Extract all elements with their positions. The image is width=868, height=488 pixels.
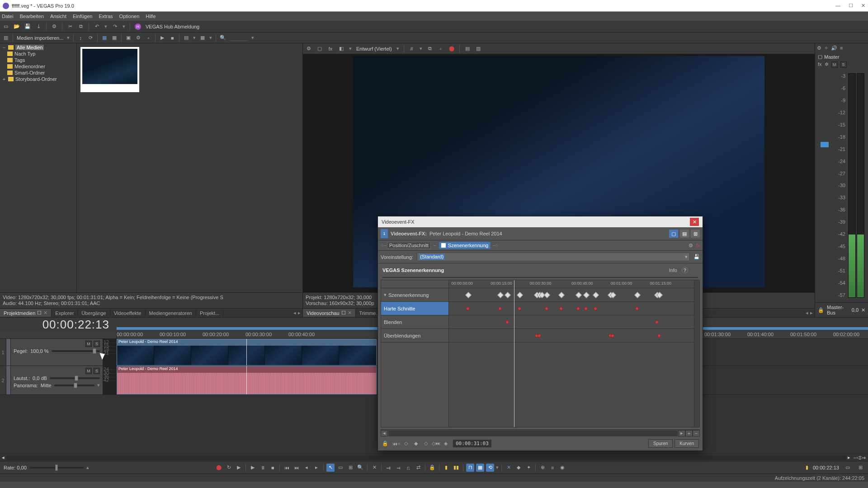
dock-prev-icon[interactable]: ◂ xyxy=(293,310,296,316)
keyframe-dot[interactable] xyxy=(576,307,580,310)
import-media-button[interactable]: Medien importieren... xyxy=(17,35,63,41)
fx-lane-hard[interactable] xyxy=(449,302,694,315)
tree-smart-folder[interactable]: Smart-Ordner xyxy=(14,70,45,75)
normal-edit-tool[interactable]: ↖ xyxy=(326,464,335,472)
track-color-strip[interactable] xyxy=(6,366,11,394)
redo-icon[interactable]: ↷ xyxy=(112,23,118,30)
pan-dropdown-icon[interactable]: ▾ xyxy=(97,382,100,388)
level-slider[interactable] xyxy=(52,350,100,352)
keyframe-dot[interactable] xyxy=(635,307,639,310)
playhead[interactable] xyxy=(246,339,247,366)
master-mute-button[interactable]: M xyxy=(831,61,838,68)
tab-projektmedien[interactable]: Projektmedien☐✕ xyxy=(0,309,52,317)
fx-plugin-options-icon[interactable]: ⚙ xyxy=(689,243,693,249)
preview-split-icon[interactable]: ◧ xyxy=(338,46,344,52)
fx-add-button[interactable]: ⊞ xyxy=(691,230,700,238)
transport-timecode[interactable]: 00:00:22:13 xyxy=(813,465,839,470)
keyframe-diamond[interactable] xyxy=(497,292,504,298)
master-solo-button[interactable]: S xyxy=(840,61,847,68)
media-fx-icon[interactable]: ⚙ xyxy=(135,35,142,41)
hub-label[interactable]: VEGAS Hub Abmeldung xyxy=(146,24,199,29)
tree-tags[interactable]: Tags xyxy=(14,57,25,63)
mixer-button[interactable]: ≡ xyxy=(548,464,557,472)
keyframe-diamond[interactable] xyxy=(517,292,523,298)
tree-all-media[interactable]: Alle Medien xyxy=(15,45,44,50)
keyframe-diamond[interactable] xyxy=(465,292,472,298)
hub-icon[interactable]: H xyxy=(135,23,141,30)
tab-uebergaenge[interactable]: Übergänge xyxy=(78,310,110,317)
menu-optionen[interactable]: Optionen xyxy=(119,14,140,19)
render-icon[interactable]: ⤓ xyxy=(35,23,42,30)
keyframe-dot[interactable] xyxy=(505,320,509,324)
track-number[interactable]: 1 xyxy=(0,339,6,366)
fx-horizontal-scrollbar[interactable]: ◂ ▸ + − xyxy=(381,429,700,436)
fx-lane-cross[interactable] xyxy=(449,329,694,343)
dock-prev-icon[interactable]: ◂ xyxy=(806,310,808,316)
keyframe-dot[interactable] xyxy=(594,307,597,310)
timeline-timecode[interactable]: 00:00:22:13 xyxy=(0,318,117,332)
scroll-right-icon[interactable]: ▸ xyxy=(678,430,685,436)
keyframe-dot[interactable] xyxy=(559,307,563,310)
keyframe-dot[interactable] xyxy=(518,307,521,310)
zoom-fit-icon[interactable]: ◁▷ xyxy=(856,455,863,460)
menu-datei[interactable]: Datei xyxy=(2,14,14,19)
track-mute-button[interactable]: M xyxy=(85,341,92,347)
lock-button[interactable]: 🔒 xyxy=(428,464,436,472)
preview-copy-icon[interactable]: ▫ xyxy=(438,46,444,52)
snap-button[interactable]: ⊓ xyxy=(466,464,474,472)
keyframe-diamond[interactable] xyxy=(558,292,565,298)
close-button[interactable]: ✕ xyxy=(861,3,865,9)
search-input[interactable] xyxy=(230,35,248,41)
menu-hilfe[interactable]: Hilfe xyxy=(146,14,156,19)
tab-close-icon[interactable]: ✕ xyxy=(43,310,47,316)
magnify-tool[interactable]: 🔍 xyxy=(356,464,364,472)
tree-storyboard-folder[interactable]: Storyboard-Ordner xyxy=(15,76,57,82)
fx-help-icon[interactable]: ? xyxy=(682,267,688,273)
master-settings-icon[interactable]: ⚙ xyxy=(817,45,821,51)
master-auto-icon[interactable]: ✲ xyxy=(825,61,829,68)
pause-button[interactable]: ⏸ xyxy=(259,464,267,472)
maximize-button[interactable]: ☐ xyxy=(849,3,853,9)
master-bus-close-icon[interactable]: ✕ xyxy=(861,307,865,313)
fx-preset-dropdown[interactable]: (Standard) ▾ xyxy=(417,253,690,261)
properties-icon[interactable]: ⚙ xyxy=(51,23,57,30)
copy-icon[interactable]: ⧉ xyxy=(78,23,84,30)
media-thumbnail[interactable] xyxy=(80,47,139,92)
keyframe-dot[interactable] xyxy=(538,334,541,338)
view-mode-icon[interactable]: ▤ xyxy=(183,35,189,41)
fx-row-blends[interactable]: Blenden xyxy=(381,315,448,329)
keyframe-diamond[interactable] xyxy=(634,292,641,298)
preview-quality[interactable]: Entwurf (Viertel) xyxy=(356,46,392,52)
menu-extras[interactable]: Extras xyxy=(99,14,113,19)
fx-node-position[interactable]: Position/Zuschnitt xyxy=(387,242,431,249)
auto-save-button[interactable]: ◆ xyxy=(514,464,523,472)
kf-prev-icon[interactable]: ◇ xyxy=(402,440,410,447)
cut-icon[interactable]: ✂ xyxy=(67,23,73,30)
undo-icon[interactable]: ↶ xyxy=(94,23,100,30)
dock-next-icon[interactable]: ▸ xyxy=(298,310,301,316)
save-icon[interactable]: 💾 xyxy=(24,23,31,30)
kf-lock-icon[interactable]: 🔒 xyxy=(382,440,389,447)
marker-button[interactable]: ▮ xyxy=(442,464,450,472)
kf-add-icon[interactable]: + xyxy=(685,430,693,436)
tab-pin-icon[interactable]: ☐ xyxy=(37,310,42,316)
scroll-left-icon[interactable]: ◂ xyxy=(2,455,5,460)
kf-remove-icon[interactable]: − xyxy=(693,430,700,436)
keyframe-diamond[interactable] xyxy=(576,292,582,298)
preview-device-icon[interactable]: ▢ xyxy=(316,46,323,52)
fx-row-scene[interactable]: ▾Szenenerkennung xyxy=(381,288,448,302)
fx-plugin-remove-icon[interactable]: fx xyxy=(696,243,700,249)
play-preview-icon[interactable]: ▶ xyxy=(159,35,165,41)
fx-preset-save-icon[interactable]: 💾 xyxy=(693,254,700,260)
master-layout-icon[interactable]: ≡ xyxy=(840,45,843,51)
dock-next-icon[interactable]: ▸ xyxy=(810,310,813,316)
fx-node-scene-detect[interactable]: Szenenerkennung xyxy=(439,242,491,249)
rate-slider[interactable] xyxy=(29,467,84,469)
new-project-icon[interactable]: ▭ xyxy=(3,23,9,30)
loop-button[interactable]: ↻ xyxy=(225,464,233,472)
keyframe-diamond[interactable] xyxy=(505,292,511,298)
next-frame-button[interactable]: ▸ xyxy=(312,464,321,472)
stop-preview-icon[interactable]: ■ xyxy=(169,35,175,41)
zoom-tool[interactable]: ⊞ xyxy=(346,464,354,472)
layout-button[interactable]: ▭ xyxy=(844,464,852,472)
